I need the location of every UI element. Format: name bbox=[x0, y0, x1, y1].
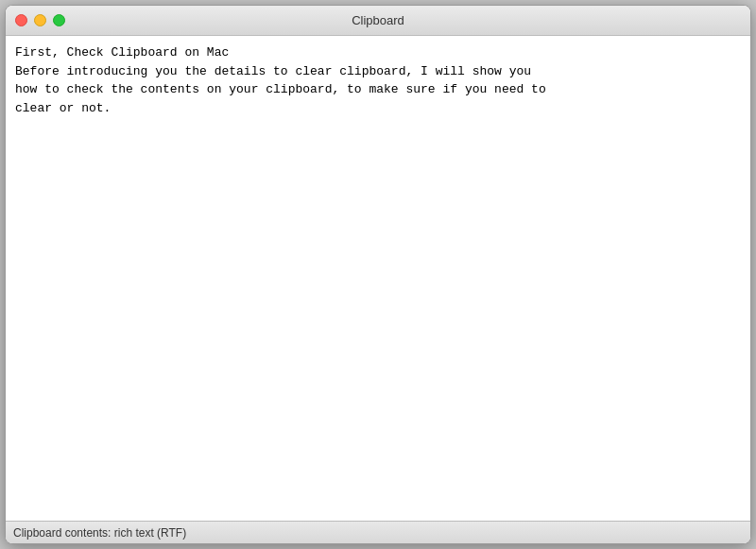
close-button[interactable] bbox=[15, 14, 27, 26]
clipboard-content: First, Check Clipboard on Mac Before int… bbox=[15, 43, 741, 117]
window-title: Clipboard bbox=[352, 13, 404, 27]
status-bar: Clipboard contents: rich text (RTF) bbox=[6, 521, 750, 543]
window-controls bbox=[15, 14, 65, 26]
maximize-button[interactable] bbox=[53, 14, 65, 26]
title-bar: Clipboard bbox=[6, 6, 750, 36]
status-text: Clipboard contents: rich text (RTF) bbox=[13, 526, 186, 540]
minimize-button[interactable] bbox=[34, 14, 46, 26]
content-area: First, Check Clipboard on Mac Before int… bbox=[6, 36, 750, 521]
clipboard-window: Clipboard First, Check Clipboard on Mac … bbox=[5, 5, 751, 544]
